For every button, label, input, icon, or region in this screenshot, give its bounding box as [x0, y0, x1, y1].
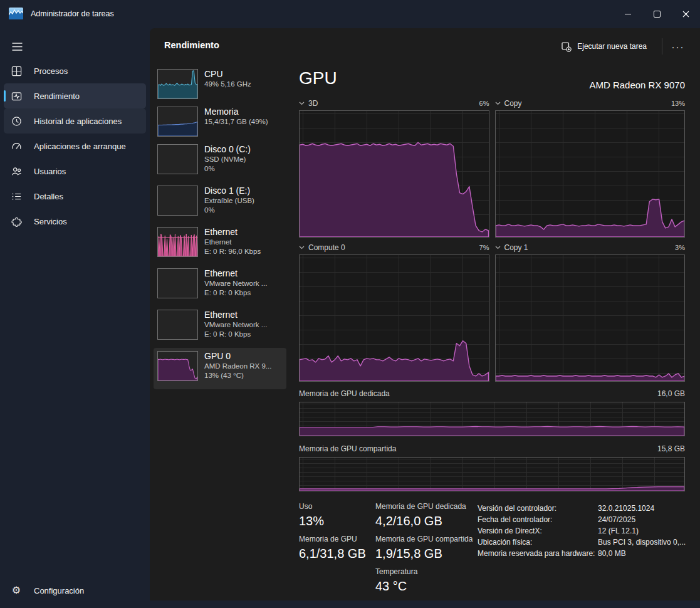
- engine-selector-copy1[interactable]: Copy 1 3%: [495, 243, 686, 252]
- sidebar-item-configuracion[interactable]: ⚙ Configuración: [4, 578, 146, 603]
- maximize-icon: [654, 11, 661, 18]
- sidebar-item-label: Usuarios: [34, 167, 66, 176]
- sidebar-footer: ⚙ Configuración: [4, 578, 146, 603]
- stat-label: Memoria de GPU dedicada: [375, 501, 478, 511]
- stat-value: 13%: [299, 513, 375, 528]
- gpu-copy-chart: [495, 110, 686, 238]
- stat-value: 43 °C: [375, 579, 478, 594]
- engine-selector-copy[interactable]: Copy 13%: [495, 98, 686, 108]
- driver-info-value: 32.0.21025.1024: [598, 503, 654, 514]
- sidebar-item-usuarios[interactable]: Usuarios: [4, 159, 146, 184]
- stat-label: Memoria de GPU: [299, 534, 375, 544]
- sidebar-item-procesos[interactable]: Procesos: [4, 58, 146, 83]
- driver-info-label: Ubicación física:: [478, 537, 598, 548]
- driver-info-label: Memoria reservada para hardware:: [478, 548, 598, 559]
- engine-label: 3D: [308, 99, 318, 108]
- perf-item-ethernet-3[interactable]: Ethernet VMware Network ... E: 0 R: 0 Kb…: [154, 307, 286, 348]
- engine-percent: 7%: [479, 244, 489, 251]
- perf-item-name: Ethernet: [204, 310, 267, 320]
- maximize-button[interactable]: [642, 0, 671, 28]
- perf-item-disco0[interactable]: Disco 0 (C:) SSD (NVMe) 0%: [154, 141, 286, 182]
- stat-label: Uso: [299, 501, 375, 511]
- dedicated-memory-chart: [299, 402, 685, 436]
- driver-info: Versión del controlador:32.0.21025.1024 …: [478, 501, 686, 599]
- gpu-detail-pane: GPU AMD Radeon RX 9070 3D 6% Copy 13%: [299, 66, 685, 600]
- chevron-down-icon: [495, 102, 501, 105]
- shared-memory-chart: [299, 457, 685, 491]
- driver-info-value: 24/07/2025: [598, 514, 635, 525]
- performance-list: CPU 49% 5,16 GHz Memoria 15,4/31,7 GB (4…: [154, 66, 286, 389]
- perf-item-name: Memoria: [204, 107, 268, 117]
- driver-info-label: Versión del controlador:: [478, 503, 598, 514]
- shared-memory-capacity: 15,8 GB: [657, 444, 685, 454]
- dedicated-memory-label: Memoria de GPU dedicada: [299, 389, 390, 399]
- engine-label: Copy 1: [504, 243, 528, 252]
- sidebar-item-label: Detalles: [34, 192, 63, 201]
- details-icon: [11, 191, 22, 202]
- perf-item-ethernet-1[interactable]: Ethernet Ethernet E: 0 R: 96,0 Kbps: [154, 224, 286, 265]
- sidebar-item-servicios[interactable]: Servicios: [4, 209, 146, 234]
- perf-item-stat: E: 0 R: 0 Kbps: [204, 288, 267, 298]
- gpu-3d-chart: [299, 110, 489, 238]
- perf-item-stat: E: 0 R: 0 Kbps: [204, 330, 267, 339]
- gpu-stats: Uso 13% Memoria de GPU 6,1/31,8 GB Memor…: [299, 501, 685, 599]
- gpu-compute0-chart: [299, 254, 489, 382]
- perf-item-cpu[interactable]: CPU 49% 5,16 GHz: [154, 66, 286, 103]
- perf-item-memoria[interactable]: Memoria 15,4/31,7 GB (49%): [154, 103, 286, 141]
- perf-item-name: Disco 0 (C:): [204, 144, 251, 155]
- engine-cell-copy: Copy 13%: [495, 98, 686, 238]
- sidebar-item-historial[interactable]: Historial de aplicaciones: [4, 108, 146, 134]
- perf-item-sub: Extraíble (USB): [204, 196, 254, 206]
- engine-percent: 3%: [675, 244, 685, 251]
- driver-info-value: 80,0 MB: [598, 548, 626, 559]
- run-new-task-label: Ejecutar nueva tarea: [577, 42, 647, 51]
- window-controls: [614, 0, 700, 28]
- titlebar: Administrador de tareas: [0, 0, 700, 28]
- stat-value: 4,2/16,0 GB: [375, 513, 478, 528]
- sidebar-item-label: Historial de aplicaciones: [34, 117, 122, 126]
- perf-item-ethernet-2[interactable]: Ethernet VMware Network ... E: 0 R: 0 Kb…: [154, 265, 286, 307]
- perf-item-sub: Ethernet: [204, 238, 261, 247]
- engine-cell-copy1: Copy 1 3%: [495, 243, 686, 382]
- minimize-icon: [625, 14, 631, 14]
- services-icon: [11, 216, 22, 227]
- dedicated-memory-capacity: 16,0 GB: [657, 389, 685, 399]
- perf-item-name: CPU: [204, 69, 251, 80]
- engine-cell-compute0: Compute 0 7%: [299, 243, 489, 382]
- new-task-icon: [561, 41, 572, 52]
- perf-item-sub: VMware Network ...: [204, 320, 267, 330]
- processes-icon: [11, 65, 22, 76]
- gpu-mini-chart: [157, 351, 198, 381]
- close-button[interactable]: [671, 0, 700, 28]
- more-options-button[interactable]: ···: [665, 36, 691, 56]
- stat-label: Memoria de GPU compartida: [375, 534, 478, 544]
- header-divider: [662, 38, 662, 55]
- engine-label: Compute 0: [308, 243, 345, 252]
- perf-item-disco1[interactable]: Disco 1 (E:) Extraíble (USB) 0%: [154, 182, 286, 224]
- engine-cell-3d: 3D 6%: [299, 98, 489, 238]
- minimize-button[interactable]: [614, 0, 642, 28]
- chevron-down-icon: [495, 246, 501, 249]
- startup-apps-icon: [11, 140, 22, 152]
- engine-selector-3d[interactable]: 3D 6%: [299, 98, 489, 108]
- window-title: Administrador de tareas: [31, 0, 114, 28]
- disk0-mini-chart: [157, 144, 198, 174]
- engine-label: Copy: [504, 99, 522, 108]
- sidebar-item-label: Servicios: [34, 217, 67, 226]
- perf-item-sub: VMware Network ...: [204, 279, 267, 288]
- menu-toggle-button[interactable]: [5, 36, 29, 57]
- chevron-down-icon: [299, 246, 305, 249]
- close-icon: [682, 11, 689, 18]
- perf-item-stat: 0%: [204, 164, 251, 174]
- page-title: Rendimiento: [164, 40, 219, 50]
- sidebar-item-detalles[interactable]: Detalles: [4, 184, 146, 209]
- driver-info-label: Fecha del controlador:: [478, 514, 598, 525]
- ethernet1-mini-chart: [157, 227, 198, 257]
- run-new-task-button[interactable]: Ejecutar nueva tarea: [554, 36, 654, 56]
- perf-item-stat: 49% 5,16 GHz: [204, 80, 251, 89]
- sidebar-item-rendimiento[interactable]: Rendimiento: [4, 83, 146, 108]
- engine-selector-compute0[interactable]: Compute 0 7%: [299, 243, 489, 252]
- perf-item-gpu0[interactable]: GPU 0 AMD Radeon RX 9... 13% (43 °C): [154, 348, 286, 389]
- sidebar-item-arranque[interactable]: Aplicaciones de arranque: [4, 134, 146, 159]
- engine-percent: 13%: [671, 100, 685, 107]
